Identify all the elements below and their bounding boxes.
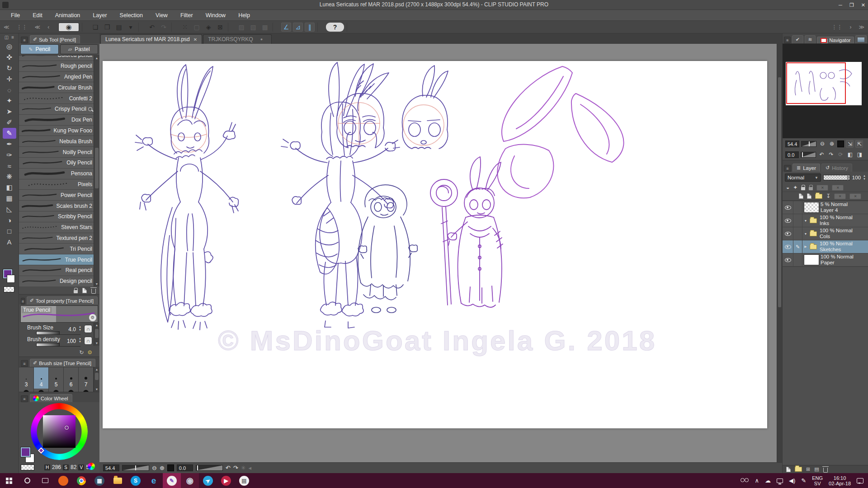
new-raster-layer-icon[interactable] xyxy=(799,193,803,199)
navigator-preview[interactable] xyxy=(783,43,868,138)
navigator-zoom-value[interactable]: 54.4 xyxy=(785,141,799,147)
language-indicator[interactable]: ENGSV xyxy=(812,475,823,486)
navigator-thumbnail[interactable] xyxy=(786,62,862,105)
navigator-view-rect[interactable] xyxy=(786,62,846,104)
enable-mask-button[interactable]: ✕ xyxy=(816,185,828,191)
menu-filter[interactable]: Filter xyxy=(174,10,199,21)
menu-animation[interactable]: Animation xyxy=(49,10,87,21)
tool-eraser[interactable]: ◺ xyxy=(3,204,16,215)
tool-pencil[interactable]: ✎ xyxy=(3,128,16,139)
action-center-icon[interactable] xyxy=(857,478,863,483)
taskbar-calculator[interactable]: ▦ xyxy=(90,473,108,488)
opacity-stepper[interactable]: ▲▼ xyxy=(863,174,866,181)
layer-panel-menu-icon[interactable]: ≡ xyxy=(784,165,791,172)
brush-list-item[interactable]: Confetti 2 xyxy=(19,93,99,104)
dock-left-icon-0[interactable]: ≪ xyxy=(4,24,9,30)
minimize-button[interactable]: ─ xyxy=(839,0,842,10)
canvas-vertical-scrollbar[interactable] xyxy=(777,44,782,462)
taskbar-chrome[interactable] xyxy=(72,473,90,488)
transparent-color-swatch[interactable] xyxy=(4,286,14,292)
network-icon[interactable] xyxy=(777,479,783,483)
tool-brush[interactable]: ✑ xyxy=(3,150,16,160)
brush-density-slider[interactable] xyxy=(36,343,60,347)
brush-list-item[interactable]: Circular Brush xyxy=(19,82,99,93)
layer-row-sketches[interactable]: ✎▶100 % NormalSketches xyxy=(783,240,868,253)
menu-edit[interactable]: Edit xyxy=(26,10,49,21)
dock-right-icon-1[interactable]: › xyxy=(849,24,851,30)
clip-to-layer-icon[interactable]: ◒ xyxy=(786,184,789,191)
delete-subtool-icon[interactable] xyxy=(91,289,96,294)
new-file-button[interactable]: ❏ xyxy=(90,23,100,32)
tool-gradient[interactable]: ▦ xyxy=(3,193,16,204)
layer-visibility-cell[interactable] xyxy=(783,227,793,240)
artboard[interactable]: © MsDinoGoat Ingela G. 2018 xyxy=(103,61,767,428)
tool-airbrush[interactable]: ≈ xyxy=(3,160,16,171)
layer-visibility-cell[interactable] xyxy=(783,214,793,227)
navigator-rotate-value[interactable]: 0.0 xyxy=(785,151,799,158)
brush-list-item[interactable]: Design pencil xyxy=(19,276,99,286)
save-file-button[interactable]: ▤ xyxy=(114,23,124,32)
rotation-value[interactable]: 0.0 xyxy=(177,465,193,471)
menu-file[interactable]: File xyxy=(5,10,26,21)
brush-list-item[interactable]: Pensona xyxy=(19,169,99,179)
layer-visibility-cell[interactable] xyxy=(783,201,793,214)
transform-icon[interactable]: ⊠ xyxy=(215,23,225,32)
blend-mode-select[interactable]: Normal▼ xyxy=(785,174,821,182)
tool-property-menu-icon[interactable]: ≡ xyxy=(21,298,25,305)
tool-eyedropper[interactable]: ✐ xyxy=(3,117,16,128)
taskbar-clip-studio-paint[interactable]: ✎ xyxy=(163,473,181,488)
scatter-selection-icon[interactable]: ⁙ xyxy=(180,23,190,32)
zoom-out-icon[interactable]: ⊖ xyxy=(152,465,157,471)
foreground-color-indicator[interactable] xyxy=(21,447,30,457)
confirm-paint-icon[interactable]: ◈ xyxy=(203,23,213,32)
color-wheel-menu-icon[interactable]: ≡ xyxy=(21,395,28,402)
dock-right-icon-2[interactable]: ≫ xyxy=(859,24,864,30)
tool-property-wrench-icon[interactable]: ⚙ xyxy=(87,349,92,356)
new-subtool-icon[interactable] xyxy=(82,288,87,293)
ruler-range-button[interactable]: ✕ xyxy=(832,185,844,191)
lock-transparent-icon[interactable] xyxy=(809,187,813,190)
tool-auto-select-wand[interactable]: ✦ xyxy=(3,95,16,106)
brush-list-item[interactable]: Kung Pow Fooo xyxy=(19,126,99,136)
save-dropdown[interactable]: ▾ xyxy=(126,23,136,32)
brush-list-item[interactable]: Crispy Pencil xyxy=(19,104,99,115)
help-button[interactable]: ? xyxy=(326,23,344,32)
layer-row-layer-4[interactable]: 5 % NormalLayer 4 xyxy=(783,201,868,214)
scroll-down-arrow[interactable]: ▼ xyxy=(94,282,99,286)
subtool-detail-wrench-icon[interactable]: ⚙ xyxy=(89,314,96,321)
nav-zoom-in-icon[interactable]: ⊕ xyxy=(828,141,835,147)
brush-list-item[interactable]: Noilly Pencil xyxy=(19,147,99,158)
layer-visibility-cell[interactable] xyxy=(783,240,793,253)
subtool-panel-menu-icon[interactable]: ≡ xyxy=(21,37,28,43)
footer-new-page-icon[interactable] xyxy=(786,467,791,472)
color-mode-button[interactable] xyxy=(88,463,95,470)
brush-list-item[interactable]: Scribby Pencil xyxy=(19,211,99,222)
tool-blend[interactable]: ◑ xyxy=(3,215,16,225)
layer-row-cols[interactable]: ▼100 % NormalCols xyxy=(783,227,868,240)
nav-flip-h-icon[interactable]: ◧ xyxy=(846,151,854,158)
nav-flip-v-icon[interactable]: ◨ xyxy=(856,151,863,158)
reset-rotation-icon[interactable]: ✳ xyxy=(241,465,246,471)
folder-expander-icon[interactable]: ▼ xyxy=(802,232,809,235)
taskbar-task-view[interactable] xyxy=(36,473,54,488)
navigator-zoom-slider[interactable] xyxy=(801,141,816,147)
menu-layer[interactable]: Layer xyxy=(86,10,113,21)
tool-text[interactable]: A xyxy=(3,236,16,247)
tool-pen[interactable]: ✒ xyxy=(3,139,16,150)
strip-mini-icon-1[interactable]: ≡ xyxy=(11,35,14,40)
folder-expander-icon[interactable]: ▶ xyxy=(802,245,809,249)
saturation-value-square[interactable] xyxy=(43,415,75,448)
brush-list-item[interactable]: True Pencil xyxy=(19,254,99,265)
brush-list-item[interactable]: Steven Stars xyxy=(19,222,99,233)
brush-list-item[interactable]: Scales brush 2 xyxy=(19,201,99,211)
tool-rotate-view[interactable]: ↻ xyxy=(3,63,16,74)
people-icon[interactable] xyxy=(741,478,749,483)
brush-size-cell-6[interactable]: 6 xyxy=(64,367,79,389)
canvas-viewport[interactable]: © MsDinoGoat Ingela G. 2018 xyxy=(99,44,782,462)
layer-visibility-cell[interactable] xyxy=(783,253,793,266)
brush-list-item[interactable]: Oily Pencil xyxy=(19,158,99,169)
nav-fit-icon[interactable] xyxy=(837,141,844,147)
brush-list-item[interactable]: Textured pen 2 xyxy=(19,233,99,244)
transfer-down-icon[interactable]: ↧ xyxy=(826,193,830,199)
brush-list-item[interactable]: Nebula Brush xyxy=(19,136,99,147)
